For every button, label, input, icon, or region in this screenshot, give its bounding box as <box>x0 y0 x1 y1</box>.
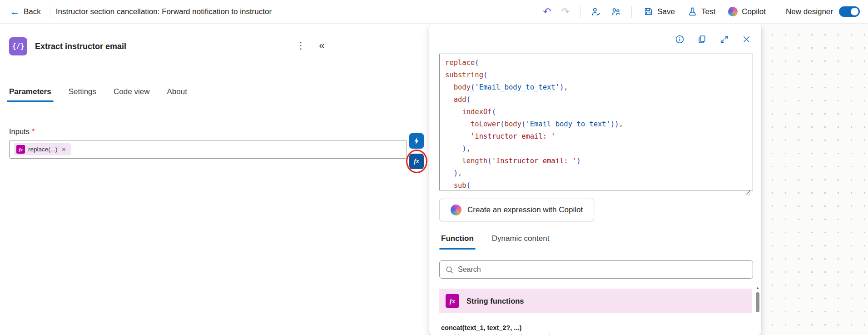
code-line: substring( <box>445 69 747 81</box>
new-designer-label: New designer <box>786 7 833 16</box>
close-button[interactable] <box>741 34 752 45</box>
process-insights-button[interactable] <box>606 5 626 19</box>
function-group-label: String functions <box>466 297 524 305</box>
function-list: fx String functions concat(text_1, text_… <box>429 285 755 335</box>
function-group-header[interactable]: fx String functions <box>439 289 752 313</box>
expression-token[interactable]: fx replace(...) ✕ <box>14 143 71 155</box>
fx-icon: fx <box>414 158 419 165</box>
new-designer-toggle[interactable] <box>839 6 860 17</box>
back-button[interactable]: ← Back <box>6 4 45 19</box>
copilot-icon <box>451 205 461 215</box>
flow-checker-icon <box>591 7 601 17</box>
inputs-label: Inputs* <box>9 127 35 136</box>
undo-button[interactable]: ↶ <box>538 5 556 19</box>
undo-icon: ↶ <box>543 7 551 17</box>
info-button[interactable] <box>674 34 685 45</box>
remove-token-button[interactable]: ✕ <box>61 146 67 153</box>
search-input[interactable] <box>458 265 747 274</box>
test-icon <box>688 7 697 16</box>
create-expression-copilot-button[interactable]: Create an expression with Copilot <box>439 199 594 221</box>
test-label: Test <box>701 7 715 16</box>
action-header-actions: ⋮ « <box>296 40 325 51</box>
tab-code-view[interactable]: Code view <box>114 83 149 102</box>
expression-editor-panel: replace(substring( body('Email_body_to_t… <box>429 24 761 335</box>
close-icon <box>742 35 751 44</box>
save-icon <box>644 7 653 16</box>
copy-button[interactable] <box>696 34 708 45</box>
tab-parameters[interactable]: Parameters <box>9 83 51 102</box>
function-items: concat(text_1, text_2?, ...)Combines any… <box>429 324 755 335</box>
function-search[interactable] <box>439 260 753 279</box>
required-asterisk: * <box>32 127 35 135</box>
toggle-knob <box>851 8 858 15</box>
flow-canvas[interactable] <box>761 24 868 335</box>
function-signature: concat(text_1, text_2?, ...) <box>441 324 755 331</box>
more-options-button[interactable]: ⋮ <box>296 40 305 51</box>
topbar: ← Back Instructor section cancellation: … <box>0 0 868 24</box>
tab-settings[interactable]: Settings <box>69 83 96 102</box>
expression-code-editor[interactable]: replace(substring( body('Email_body_to_t… <box>439 54 753 190</box>
collapse-icon: « <box>319 40 325 51</box>
expression-button[interactable]: fx <box>409 154 424 169</box>
action-tabs: Parameters Settings Code view About <box>9 83 187 102</box>
tab-about[interactable]: About <box>167 83 187 102</box>
code-line: replace( <box>445 57 747 69</box>
topbar-actions: ↶ ↷ <box>538 4 862 19</box>
process-insights-icon <box>611 7 621 17</box>
expression-toolbar <box>674 34 752 45</box>
back-arrow-icon: ← <box>10 7 20 16</box>
more-options-icon: ⋮ <box>296 40 305 51</box>
expression-tabs: Function Dynamic content <box>441 230 549 250</box>
tab-function[interactable]: Function <box>441 230 474 250</box>
action-header: {/} Extract instructor email <box>9 37 126 55</box>
topbar-divider <box>580 6 580 18</box>
expression-token-label: replace(...) <box>28 146 58 153</box>
copilot-label: Copilot <box>742 7 766 16</box>
fx-group-icon: fx <box>446 294 459 308</box>
code-line: ), <box>445 167 747 180</box>
copilot-button-label: Create an expression with Copilot <box>467 205 583 215</box>
expand-button[interactable] <box>719 34 730 45</box>
code-line: body('Email_body_to_text'), <box>445 81 747 94</box>
action-editor-panel: {/} Extract instructor email ⋮ « Paramet… <box>0 24 429 335</box>
code-line: toLower(body('Email_body_to_text')), <box>445 118 747 130</box>
save-button[interactable]: Save <box>637 4 681 19</box>
copy-icon <box>697 35 707 44</box>
code-line: sub( <box>445 180 747 190</box>
topbar-divider <box>50 6 50 18</box>
code-line: indexOf( <box>445 106 747 118</box>
back-label: Back <box>24 7 41 16</box>
flow-checker-button[interactable] <box>586 5 606 19</box>
lightning-icon <box>413 137 420 145</box>
save-label: Save <box>657 7 675 16</box>
function-list-item[interactable]: concat(text_1, text_2?, ...)Combines any… <box>441 324 755 335</box>
expand-icon <box>719 35 729 44</box>
collapse-panel-button[interactable]: « <box>319 40 325 51</box>
fx-token-icon: fx <box>16 145 25 154</box>
action-title: Extract instructor email <box>35 42 126 51</box>
inputs-field[interactable]: fx replace(...) ✕ <box>9 140 407 159</box>
code-line: ), <box>445 143 747 155</box>
scrollbar-thumb[interactable] <box>756 292 759 312</box>
scroll-up-icon: ▲ <box>756 286 759 290</box>
code-line: length('Instructor email: ') <box>445 155 747 167</box>
copilot-icon <box>728 7 738 16</box>
info-icon <box>675 35 684 44</box>
redo-icon: ↷ <box>561 7 570 17</box>
copilot-button[interactable]: Copilot <box>722 4 772 19</box>
code-line: 'instructor email: ' <box>445 130 747 143</box>
topbar-divider <box>631 6 632 18</box>
redo-button[interactable]: ↷ <box>556 5 575 19</box>
test-button[interactable]: Test <box>681 4 722 19</box>
search-icon <box>445 265 454 274</box>
code-line: add( <box>445 94 747 106</box>
compose-action-icon: {/} <box>9 37 27 55</box>
function-list-scrollbar[interactable]: ▲ <box>755 286 760 332</box>
flow-title: Instructor section cancellation: Forward… <box>56 7 272 16</box>
tab-dynamic-content[interactable]: Dynamic content <box>492 230 550 250</box>
dynamic-content-button[interactable] <box>409 133 424 149</box>
